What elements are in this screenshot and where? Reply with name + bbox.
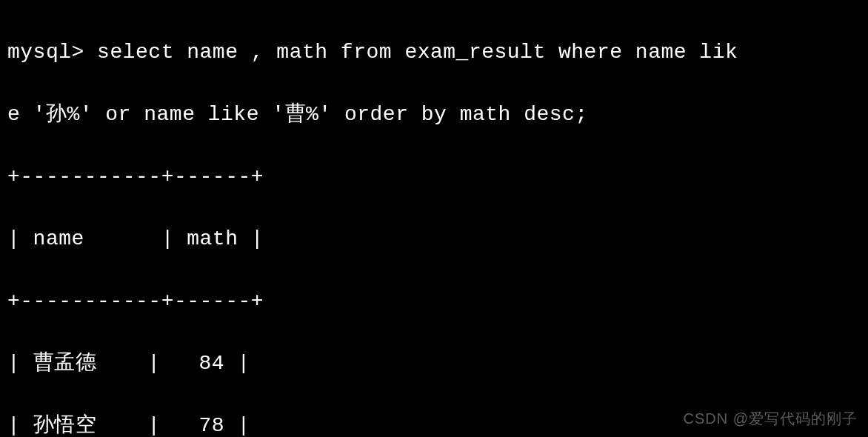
query-line-2: e '孙%' or name like '曹%' order by math d… — [7, 99, 861, 130]
table-border-top: +-----------+------+ — [7, 161, 861, 193]
table-border-mid: +-----------+------+ — [7, 286, 861, 317]
terminal-output: mysql> select name , math from exam_resu… — [7, 6, 861, 437]
table-row: | 曹孟德 | 84 | — [7, 348, 861, 379]
table-header: | name | math | — [7, 224, 861, 255]
query-line-1: mysql> select name , math from exam_resu… — [7, 37, 861, 68]
watermark-text: CSDN @爱写代码的刚子 — [683, 407, 858, 430]
